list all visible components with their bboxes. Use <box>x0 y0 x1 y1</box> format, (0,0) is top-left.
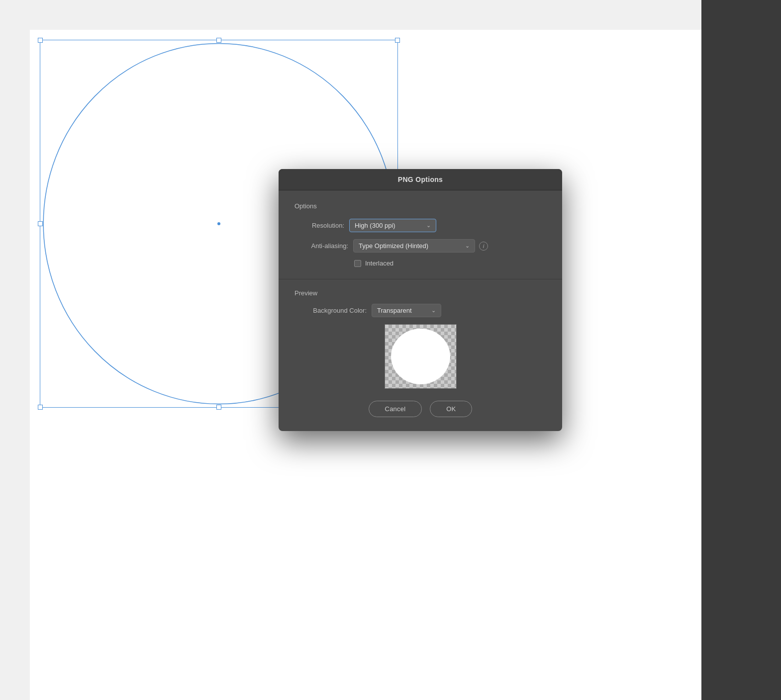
antialiasing-dropdown[interactable]: Type Optimized (Hinted) ⌄ <box>353 239 475 253</box>
antialiasing-dropdown-arrow: ⌄ <box>465 243 470 249</box>
png-options-dialog: PNG Options Options Resolution: High (30… <box>279 169 562 431</box>
antialiasing-value: Type Optimized (Hinted) <box>359 242 428 250</box>
preview-image-container <box>294 324 546 389</box>
background-color-dropdown-arrow: ⌄ <box>431 307 436 314</box>
background-color-value: Transparent <box>377 307 412 314</box>
interlaced-checkbox[interactable] <box>354 260 361 267</box>
preview-section-label: Preview <box>294 289 546 297</box>
resolution-label: Resolution: <box>294 222 344 229</box>
options-section-label: Options <box>294 202 546 210</box>
cancel-button[interactable]: Cancel <box>369 401 422 417</box>
resolution-value: High (300 ppi) <box>355 222 395 229</box>
resolution-dropdown[interactable]: High (300 ppi) ⌄ <box>349 219 436 232</box>
dialog-titlebar: PNG Options <box>279 169 562 190</box>
dialog-body: Options Resolution: High (300 ppi) ⌄ Ant… <box>279 190 562 431</box>
ok-button[interactable]: OK <box>430 401 472 417</box>
preview-section: Preview Background Color: Transparent ⌄ <box>294 289 546 389</box>
preview-circle <box>391 329 450 384</box>
right-panel <box>701 0 781 700</box>
dialog-buttons: Cancel OK <box>294 401 546 417</box>
resolution-row: Resolution: High (300 ppi) ⌄ <box>294 219 546 232</box>
interlaced-row: Interlaced <box>354 260 546 267</box>
resolution-dropdown-arrow: ⌄ <box>426 222 431 229</box>
background-color-dropdown[interactable]: Transparent ⌄ <box>372 304 441 317</box>
antialiasing-info-icon[interactable]: i <box>479 242 488 251</box>
preview-image <box>385 324 457 389</box>
antialiasing-row: Anti-aliasing: Type Optimized (Hinted) ⌄… <box>294 239 546 253</box>
interlaced-label: Interlaced <box>365 260 393 267</box>
dialog-overlay: PNG Options Options Resolution: High (30… <box>279 169 562 431</box>
dialog-title: PNG Options <box>398 175 443 183</box>
background-color-row: Background Color: Transparent ⌄ <box>294 304 546 317</box>
background-color-label: Background Color: <box>294 307 367 314</box>
section-divider <box>279 279 562 279</box>
antialiasing-label: Anti-aliasing: <box>294 242 348 250</box>
